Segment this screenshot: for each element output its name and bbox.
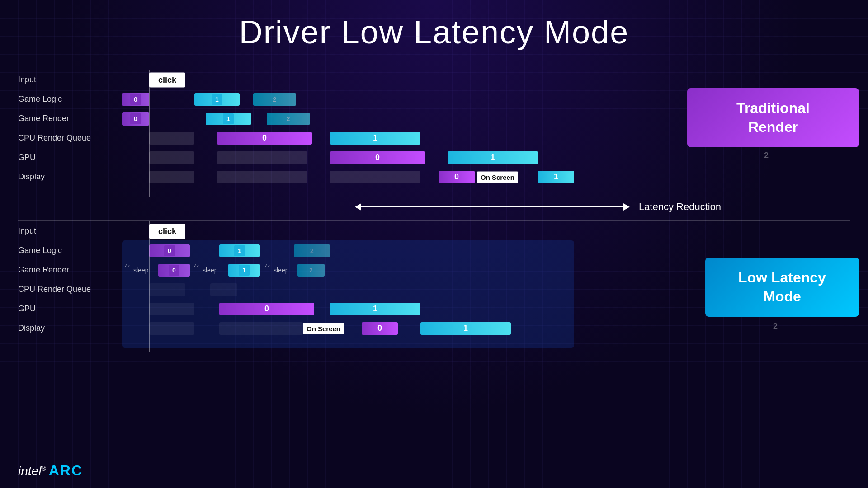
traditional-render-section: Input click Game Logic 0 1 2 [18,70,859,197]
ll-gl-frame0: 0 [149,244,190,257]
horiz-divider-bottom [18,220,850,221]
ll-gpu-gray1 [149,303,194,315]
trad-gr-frame1: 1 [206,113,251,125]
low-latency-section: Input click Game Logic 0 1 2 Game R [18,221,859,352]
ll-gr-frame1: 1 [228,264,260,277]
ll-sleep-label2: sleep [203,267,217,274]
trad-gpu-gray2 [217,151,307,164]
traditional-render-badge: TraditionalRender [687,88,859,147]
page-title: Driver Low Latency Mode [0,0,868,60]
trad-gl-frame1: 1 [194,93,240,106]
trad-gpu-frame2-dim: 2 [764,151,769,160]
arc-text: ARC [49,462,83,479]
ll-display-label: Display [18,324,45,333]
ll-vert-guide [149,221,150,352]
arrow-left-head [355,203,361,211]
ll-zzz1: Zz [124,263,130,268]
trad-gamerender-label: Game Render [18,114,69,123]
trad-disp-gray2 [217,171,307,183]
ll-disp-gray1 [149,322,194,335]
intel-arc-logo: intel® ARC [18,462,83,479]
ll-cpu-gray2 [210,283,237,296]
trad-input-row: Input click [18,70,859,89]
ll-input-label: Input [18,226,36,235]
ll-disp-frame0: 0 [362,322,398,335]
trad-gpu-frame1: 1 [448,151,538,164]
trad-click-button: click [149,72,185,87]
trad-disp-gray3 [330,171,420,183]
ll-cpu-gray1 [149,283,185,296]
trad-cpu-gray1 [149,132,194,145]
ll-gamelogic-label: Game Logic [18,246,62,255]
latency-arrow-group: Latency Reduction [355,201,730,213]
ll-disp-frame1: 1 [420,322,511,335]
ll-sleep-label1: sleep [133,267,148,274]
trad-onscreen-label: On Screen [477,171,518,183]
trad-gamelogic-label: Game Logic [18,94,62,103]
ll-gr-frame2: 2 [297,264,325,277]
ll-gpu-frame0: 0 [219,303,314,315]
trad-display-label: Display [18,172,45,181]
ll-gl-frame2: 2 [294,244,330,257]
ll-gpu-label: GPU [18,304,36,313]
trad-gr-frame2: 2 [267,113,310,125]
trad-display-row: Display 0 On Screen 1 [18,167,859,187]
trad-gpu-frame0: 0 [330,151,425,164]
ll-gpu-frame1: 1 [330,303,420,315]
ll-zzz3: Zz [264,263,270,268]
trad-cpu-frame1: 1 [330,132,420,145]
latency-reduction-area: Latency Reduction [18,194,859,219]
horiz-divider-top [18,205,850,205]
trad-gpu-label: GPU [18,153,36,162]
ll-gamerender-label: Game Render [18,265,69,274]
ll-onscreen-label: On Screen [303,323,344,334]
low-latency-badge: Low LatencyMode [705,258,859,317]
trad-cpu-frame0: 0 [217,132,312,145]
ll-disp-frame2-dim: 2 [773,322,778,331]
arrow-line [361,206,623,207]
trad-disp-gray1 [149,171,194,183]
ll-input-row: Input click [18,221,859,241]
trad-gpu-gray1 [149,151,194,164]
intel-text: intel® [18,464,46,479]
ll-display-row: Display On Screen 0 1 2 [18,319,859,338]
trad-cpuqueue-label: CPU Render Queue [18,133,91,142]
arrow-right-head [623,203,630,211]
trad-gl-frame2: 2 [253,93,296,106]
ll-cpuqueue-label: CPU Render Queue [18,285,91,294]
ll-sleep-label3: sleep [274,267,288,274]
trad-disp-frame0: 0 [439,171,475,183]
trad-vert-guide [149,70,150,197]
trad-gl-frame0-pre: 0 [122,93,149,106]
trad-input-label: Input [18,75,36,84]
trad-disp-frame1: 1 [538,171,574,183]
trad-gr-frame0-pre: 0 [122,112,149,126]
ll-click-button: click [149,224,185,239]
ll-zzz2: Zz [193,263,199,268]
latency-reduction-label: Latency Reduction [639,201,721,213]
ll-gr-frame0: 0 [158,264,190,277]
ll-disp-gray2 [219,322,303,335]
ll-gl-frame1: 1 [219,244,260,257]
trad-gpu-row: GPU 0 1 2 [18,148,859,167]
